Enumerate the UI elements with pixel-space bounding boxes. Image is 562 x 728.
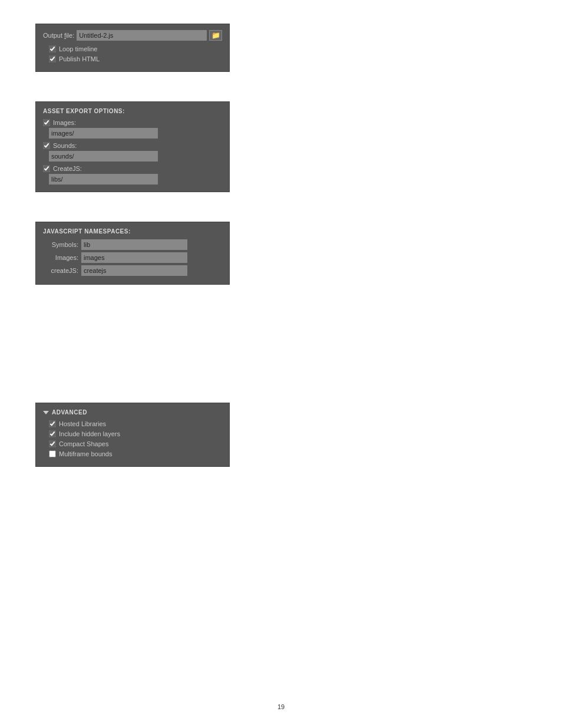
createjs-checkbox[interactable]: [43, 165, 50, 172]
javascript-namespaces-panel: JAVASCRIPT NAMESPACES: Symbols: Images: …: [35, 222, 230, 285]
javascript-namespaces-title: JAVASCRIPT NAMESPACES:: [43, 228, 222, 235]
images-path-input[interactable]: [49, 128, 158, 139]
output-file-panel: Output file: 📁 Loop timeline Publish HTM…: [35, 24, 230, 72]
images-ns-input[interactable]: [81, 252, 187, 263]
compact-shapes-checkbox[interactable]: [49, 440, 56, 447]
compact-shapes-label: Compact Shapes: [59, 440, 108, 447]
asset-export-title: ASSET EXPORT OPTIONS:: [43, 108, 222, 114]
folder-icon: 📁: [211, 31, 220, 39]
sounds-checkbox[interactable]: [43, 142, 50, 149]
advanced-panel: ADVANCED Hosted Libraries Include hidden…: [35, 403, 230, 467]
images-label: Images:: [53, 119, 76, 126]
images-ns-label: Images:: [43, 254, 78, 261]
multiframe-bounds-label: Multiframe bounds: [59, 450, 113, 457]
publish-html-checkbox[interactable]: [49, 55, 56, 62]
include-hidden-layers-checkbox[interactable]: [49, 430, 56, 437]
images-checkbox[interactable]: [43, 119, 50, 126]
sounds-path-input[interactable]: [49, 151, 158, 162]
multiframe-bounds-checkbox[interactable]: [49, 450, 56, 457]
output-file-input[interactable]: [77, 30, 207, 41]
createjs-label: CreateJS:: [53, 165, 82, 172]
folder-browse-button[interactable]: 📁: [209, 30, 222, 41]
advanced-title: ADVANCED: [52, 409, 87, 416]
include-hidden-layers-label: Include hidden layers: [59, 430, 120, 437]
loop-timeline-label: Loop timeline: [59, 45, 97, 52]
advanced-collapse-icon[interactable]: [43, 411, 49, 414]
createjs-ns-label: createJS:: [43, 267, 78, 274]
createjs-path-input[interactable]: [49, 174, 158, 185]
asset-export-panel: ASSET EXPORT OPTIONS: Images: Sounds: Cr…: [35, 101, 230, 192]
sounds-label: Sounds:: [53, 142, 77, 149]
createjs-ns-input[interactable]: [81, 265, 187, 276]
symbols-input[interactable]: [81, 239, 187, 250]
page-number: 19: [277, 703, 285, 710]
symbols-label: Symbols:: [43, 241, 78, 248]
loop-timeline-checkbox[interactable]: [49, 45, 56, 52]
hosted-libraries-checkbox[interactable]: [49, 420, 56, 427]
output-file-label: Output file:: [43, 32, 74, 39]
publish-html-label: Publish HTML: [59, 55, 100, 62]
hosted-libraries-label: Hosted Libraries: [59, 420, 106, 427]
